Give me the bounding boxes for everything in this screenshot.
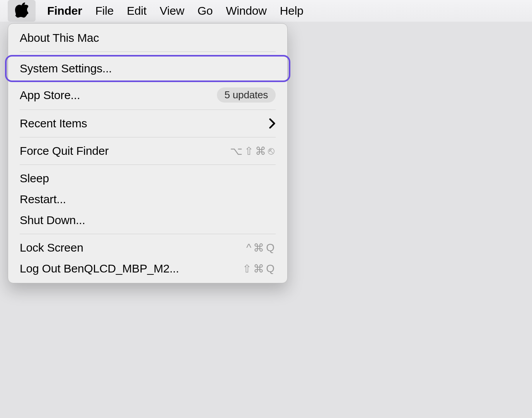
menu-app-store[interactable]: App Store... 5 updates <box>8 84 287 106</box>
apple-icon <box>15 2 28 19</box>
option-key-icon: ⌥ <box>230 145 244 158</box>
menu-separator <box>20 137 276 137</box>
keyboard-shortcut: ⌥ ⇧ ⌘ ⎋ <box>230 145 276 158</box>
menu-sleep[interactable]: Sleep <box>8 168 287 189</box>
menu-restart[interactable]: Restart... <box>8 189 287 210</box>
chevron-right-icon <box>269 118 276 128</box>
menu-item-label: Sleep <box>20 172 49 185</box>
menu-force-quit[interactable]: Force Quit Finder ⌥ ⇧ ⌘ ⎋ <box>8 140 287 161</box>
apple-menu-dropdown: About This Mac System Settings... App St… <box>8 23 288 283</box>
control-key-icon: ^ <box>246 242 252 254</box>
menu-separator <box>20 164 276 165</box>
menu-separator <box>20 110 276 110</box>
menu-log-out[interactable]: Log Out BenQLCD_MBP_M2... ⇧ ⌘ Q <box>8 258 287 279</box>
menu-window[interactable]: Window <box>226 4 267 17</box>
updates-badge: 5 updates <box>217 87 276 103</box>
menu-go[interactable]: Go <box>198 4 213 17</box>
menubar: Finder File Edit View Go Window Help <box>0 0 532 22</box>
menu-shut-down[interactable]: Shut Down... <box>8 210 287 231</box>
q-key: Q <box>266 262 276 275</box>
menu-view[interactable]: View <box>160 4 184 17</box>
shift-key-icon: ⇧ <box>242 262 252 275</box>
apple-menu-button[interactable] <box>8 0 36 22</box>
keyboard-shortcut: ^ ⌘ Q <box>246 242 276 254</box>
menu-about-this-mac[interactable]: About This Mac <box>8 27 287 48</box>
menu-help[interactable]: Help <box>280 4 304 17</box>
menu-file[interactable]: File <box>95 4 114 17</box>
menu-item-label: App Store... <box>20 89 80 102</box>
shift-key-icon: ⇧ <box>244 145 254 158</box>
menu-separator <box>20 51 276 52</box>
menu-item-label: Restart... <box>20 193 66 206</box>
menu-system-settings[interactable]: System Settings... <box>5 55 290 82</box>
menu-item-label: System Settings... <box>20 62 112 75</box>
q-key: Q <box>266 242 276 254</box>
menu-edit[interactable]: Edit <box>127 4 147 17</box>
command-key-icon: ⌘ <box>253 262 265 275</box>
keyboard-shortcut: ⇧ ⌘ Q <box>242 262 276 275</box>
menu-item-label: Log Out BenQLCD_MBP_M2... <box>20 262 179 275</box>
command-key-icon: ⌘ <box>253 242 265 254</box>
menu-item-label: Force Quit Finder <box>20 144 109 158</box>
menu-item-label: Recent Items <box>20 117 87 130</box>
menu-recent-items[interactable]: Recent Items <box>8 113 287 134</box>
command-key-icon: ⌘ <box>255 145 267 158</box>
menu-app-name[interactable]: Finder <box>47 4 82 17</box>
menu-item-label: About This Mac <box>20 31 99 45</box>
escape-key-icon: ⎋ <box>268 145 276 157</box>
menu-separator <box>20 234 276 234</box>
menu-item-label: Shut Down... <box>20 214 85 227</box>
menu-lock-screen[interactable]: Lock Screen ^ ⌘ Q <box>8 237 287 258</box>
menu-item-label: Lock Screen <box>20 241 84 254</box>
